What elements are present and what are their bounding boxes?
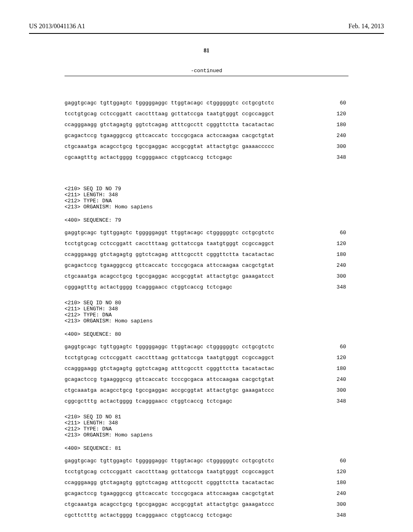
sequence-text: tcctgtgcag cctccggatt cacctttaag gcttatc…	[65, 469, 274, 474]
sequence-position: 240	[332, 263, 348, 268]
seq-seq-id-line: <210> SEQ ID NO 81	[65, 414, 348, 420]
sequence-text: gcagactccg tgaagggccg gttcaccatc tcccgcg…	[65, 377, 274, 382]
sequence-text: cgcttctttg actactgggg tcagggaacc ctggtca…	[65, 513, 232, 518]
sequence-text: tcctgtgcag cctccggatt cacctttaag gcttatc…	[65, 111, 274, 116]
sequence-header: <400> SEQUENCE: 80	[65, 332, 348, 337]
sequence-row: gcagactccg tgaagggccg gttcaccatc tcccgcg…	[65, 377, 348, 382]
sequence-row: tcctgtgcag cctccggatt cacctttaag gcttatc…	[65, 241, 348, 246]
seq-length-line: <211> LENGTH: 348	[65, 306, 348, 312]
sequence-position: 348	[332, 285, 348, 290]
sequence-position: 60	[332, 458, 348, 463]
seq-seq-id-line: <210> SEQ ID NO 79	[65, 186, 348, 191]
sequence-text: gcagactccg tgaagggccg gttcaccatc tcccgcg…	[65, 263, 274, 268]
publication-number: US 2013/0041136 A1	[29, 23, 85, 30]
sequence-row: tcctgtgcag cctccggatt cacctttaag gcttatc…	[65, 355, 348, 360]
sequence-position: 300	[332, 388, 348, 393]
sequence-row: ctgcaaatga acagcctgcg tgccgaggac accgcgg…	[65, 502, 348, 507]
sequence-text: ccagggaagg gtctagagtg ggtctcagag atttcgc…	[65, 480, 274, 485]
sequence-text: ccagggaagg gtctagagtg ggtctcagag atttcgc…	[65, 122, 274, 127]
sequence-entries: <210> SEQ ID NO 79<211> LENGTH: 348<212>…	[65, 186, 348, 518]
seq-organism-line: <213> ORGANISM: Homo sapiens	[65, 318, 348, 324]
sequence-position: 348	[332, 155, 348, 160]
seq-type-line: <212> TYPE: DNA	[65, 312, 348, 318]
sequence-position: 240	[332, 491, 348, 496]
sequence-row: ccagggaagg gtctagagtg ggtctcagag atttcgc…	[65, 480, 348, 485]
sequence-block: gaggtgcagc tgttggagtc tgggggaggt ttggtac…	[65, 230, 348, 290]
sequence-row: gaggtgcagc tgttggagtc tgggggaggt ttggtac…	[65, 230, 348, 235]
sequence-position: 240	[332, 377, 348, 382]
sequence-position: 180	[332, 480, 348, 485]
sequence-row: ccagggaagg gtctagagtg ggtctcagag atttcgc…	[65, 252, 348, 257]
publication-date: Feb. 14, 2013	[348, 23, 384, 30]
sequence-row: ctgcaaatga acagcctgcg tgccgaggac accgcgg…	[65, 274, 348, 279]
sequence-meta: <210> SEQ ID NO 80<211> LENGTH: 348<212>…	[65, 300, 348, 324]
sequence-row: gcagactccg tgaagggccg gttcaccatc tcccgcg…	[65, 263, 348, 268]
sequence-row: gaggtgcagc tgttggagtc tgggggaggc ttggtac…	[65, 100, 348, 106]
sequence-position: 240	[332, 133, 348, 138]
sequence-row: ctgcaaatga acagcctgcg tgccgaggac accgcgg…	[65, 388, 348, 393]
sequence-position: 60	[332, 100, 348, 106]
sequence-row: cggcgctttg actactgggg tcagggaacc ctggtca…	[65, 399, 348, 404]
seq-type-line: <212> TYPE: DNA	[65, 426, 348, 432]
sequence-text: ccagggaagg gtctagagtg ggtctcagag atttcgc…	[65, 252, 274, 257]
sequence-position: 348	[332, 513, 348, 518]
continued-label: -continued	[0, 68, 413, 74]
sequence-row: tcctgtgcag cctccggatt cacctttaag gcttatc…	[65, 111, 348, 116]
sequence-position: 180	[332, 252, 348, 257]
sequence-header: <400> SEQUENCE: 79	[65, 218, 348, 223]
sequence-row: ctgcaaatga acagcctgcg tgccgaggac accgcgg…	[65, 144, 348, 149]
sequence-text: gaggtgcagc tgttggagtc tgggggaggt ttggtac…	[65, 230, 274, 235]
sequence-row: cgggagtttg actactgggg tcagggaacc ctggtca…	[65, 285, 348, 290]
sequence-row: gaggtgcagc tgttggagtc tgggggaggc ttggtac…	[65, 458, 348, 463]
header-rule	[29, 33, 384, 34]
section-rule	[65, 76, 348, 76]
sequence-row: tcctgtgcag cctccggatt cacctttaag gcttatc…	[65, 469, 348, 474]
sequence-text: tcctgtgcag cctccggatt cacctttaag gcttatc…	[65, 355, 274, 360]
sequence-text: gaggtgcagc tgttggagtc tgggggaggc ttggtac…	[65, 344, 274, 349]
seq-organism-line: <213> ORGANISM: Homo sapiens	[65, 432, 348, 438]
sequence-row: ccagggaagg gtctagagtg ggtctcagag atttcgc…	[65, 366, 348, 371]
sequence-text: cgcaagtttg actactgggg tcggggaacc ctggtca…	[65, 155, 232, 160]
sequence-row: cgcttctttg actactgggg tcagggaacc ctggtca…	[65, 513, 348, 518]
sequence-text: gcagactccg tgaagggccg gttcaccatc tcccgcg…	[65, 133, 274, 138]
seq-type-line: <212> TYPE: DNA	[65, 198, 348, 204]
sequence-row: gcagactccg tgaagggccg gttcaccatc tcccgcg…	[65, 491, 348, 496]
sequence-text: ccagggaagg gtctagagtg ggtctcagag atttcgc…	[65, 366, 274, 371]
sequence-header: <400> SEQUENCE: 81	[65, 446, 348, 451]
sequence-meta: <210> SEQ ID NO 81<211> LENGTH: 348<212>…	[65, 414, 348, 438]
sequence-text: gaggtgcagc tgttggagtc tgggggaggc ttggtac…	[65, 100, 274, 106]
page-header: US 2013/0041136 A1 Feb. 14, 2013	[0, 23, 413, 30]
sequence-position: 120	[332, 355, 348, 360]
sequence-position: 60	[332, 344, 348, 349]
sequence-text: ctgcaaatga acagcctgcg tgccgaggac accgcgg…	[65, 502, 274, 507]
sequence-row: gcagactccg tgaagggccg gttcaccatc tcccgcg…	[65, 133, 348, 138]
sequence-position: 120	[332, 469, 348, 474]
seq-organism-line: <213> ORGANISM: Homo sapiens	[65, 204, 348, 210]
sequence-row: ccagggaagg gtctagagtg ggtctcagag atttcgc…	[65, 122, 348, 127]
page-number: 81	[0, 48, 413, 54]
sequence-text: ctgcaaatga acagcctgcg tgccgaggac accgcgg…	[65, 388, 274, 393]
sequence-meta: <210> SEQ ID NO 79<211> LENGTH: 348<212>…	[65, 186, 348, 210]
sequence-text: gaggtgcagc tgttggagtc tgggggaggc ttggtac…	[65, 458, 274, 463]
sequence-position: 300	[332, 502, 348, 507]
sequence-position: 120	[332, 241, 348, 246]
sequence-text: gcagactccg tgaagggccg gttcaccatc tcccgcg…	[65, 491, 274, 496]
sequence-position: 120	[332, 111, 348, 116]
sequence-position: 300	[332, 274, 348, 279]
sequence-text: cgggagtttg actactgggg tcagggaacc ctggtca…	[65, 285, 232, 290]
sequence-row: gaggtgcagc tgttggagtc tgggggaggc ttggtac…	[65, 344, 348, 349]
seq-seq-id-line: <210> SEQ ID NO 80	[65, 300, 348, 305]
sequence-block: gaggtgcagc tgttggagtc tgggggaggc ttggtac…	[65, 458, 348, 518]
sequence-position: 300	[332, 144, 348, 149]
seq-length-line: <211> LENGTH: 348	[65, 420, 348, 426]
sequence-text: cggcgctttg actactgggg tcagggaacc ctggtca…	[65, 399, 232, 404]
sequence-position: 180	[332, 122, 348, 127]
sequence-block: gaggtgcagc tgttggagtc tgggggaggc ttggtac…	[65, 344, 348, 404]
sequence-position: 60	[332, 230, 348, 235]
sequence-text: ctgcaaatga acagcctgcg tgccgaggac accgcgg…	[65, 274, 274, 279]
sequence-block: gaggtgcagc tgttggagtc tgggggaggc ttggtac…	[65, 100, 348, 160]
seq-length-line: <211> LENGTH: 348	[65, 192, 348, 197]
sequence-listing-body: gaggtgcagc tgttggagtc tgggggaggc ttggtac…	[65, 85, 348, 532]
sequence-text: tcctgtgcag cctccggatt cacctttaag gcttatc…	[65, 241, 274, 246]
sequence-row: cgcaagtttg actactgggg tcggggaacc ctggtca…	[65, 155, 348, 160]
